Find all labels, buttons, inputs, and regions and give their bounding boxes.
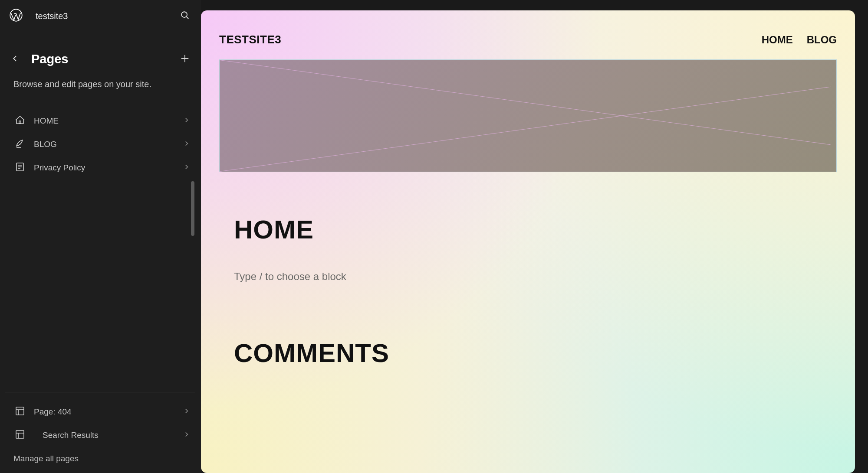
block-inserter-prompt[interactable]: Type / to choose a block <box>234 271 855 283</box>
section-header: Pages <box>0 31 201 72</box>
sidebar-item-search-results[interactable]: Search Results <box>0 424 201 447</box>
svg-rect-11 <box>16 407 24 415</box>
nav-link-blog[interactable]: BLOG <box>807 34 837 46</box>
manage-all-pages-link[interactable]: Manage all pages <box>0 447 201 473</box>
section-title: Pages <box>31 52 68 66</box>
chevron-right-icon <box>184 140 190 148</box>
site-header: TESTSITE3 HOME BLOG <box>201 10 855 59</box>
comments-heading[interactable]: COMMENTS <box>234 338 855 368</box>
home-icon <box>15 115 25 127</box>
divider <box>5 392 195 392</box>
featured-image-placeholder[interactable] <box>219 59 837 172</box>
site-name[interactable]: testsite3 <box>36 11 68 21</box>
sidebar-item-label: BLOG <box>34 140 57 149</box>
svg-point-1 <box>181 12 187 17</box>
page-icon <box>15 162 25 174</box>
back-icon[interactable] <box>11 55 19 64</box>
editor-sidebar: testsite3 Pages Browse and edit pages on… <box>0 0 201 473</box>
sidebar-item-label: HOME <box>34 116 59 126</box>
sidebar-item-label: Search Results <box>43 431 99 440</box>
sidebar-item-label: Privacy Policy <box>34 163 85 173</box>
svg-rect-14 <box>16 431 24 438</box>
add-page-icon[interactable] <box>180 54 190 65</box>
sidebar-item-home[interactable]: HOME <box>0 109 201 133</box>
layout-icon <box>15 406 25 418</box>
template-list: Page: 404 Search Results <box>0 397 201 447</box>
layout-icon <box>15 429 25 441</box>
site-brand[interactable]: TESTSITE3 <box>219 33 281 46</box>
svg-rect-5 <box>19 121 21 124</box>
site-identity[interactable]: testsite3 <box>10 9 68 23</box>
sidebar-item-label: Page: 404 <box>34 407 72 417</box>
chevron-right-icon <box>184 117 190 125</box>
chevron-right-icon <box>184 408 190 416</box>
sidebar-top-bar: testsite3 <box>0 0 201 31</box>
scrollbar-thumb[interactable] <box>191 181 194 236</box>
search-icon[interactable] <box>180 10 190 22</box>
pen-icon <box>15 138 25 150</box>
section-description: Browse and edit pages on your site. <box>0 72 201 94</box>
sidebar-item-blog[interactable]: BLOG <box>0 133 201 156</box>
nav-link-home[interactable]: HOME <box>762 34 793 46</box>
wordpress-logo-icon[interactable] <box>10 9 23 23</box>
page-preview-canvas[interactable]: TESTSITE3 HOME BLOG HOME Type / to choos… <box>201 10 855 473</box>
preview-wrap: TESTSITE3 HOME BLOG HOME Type / to choos… <box>201 0 868 473</box>
sidebar-item-page-404[interactable]: Page: 404 <box>0 400 201 424</box>
sidebar-item-privacy-policy[interactable]: Privacy Policy <box>0 156 201 179</box>
svg-line-2 <box>187 17 189 19</box>
site-nav: HOME BLOG <box>762 34 837 46</box>
chevron-right-icon <box>184 431 190 439</box>
page-title[interactable]: HOME <box>234 215 855 245</box>
chevron-right-icon <box>184 164 190 172</box>
pages-list: HOME BLOG <box>0 94 201 179</box>
